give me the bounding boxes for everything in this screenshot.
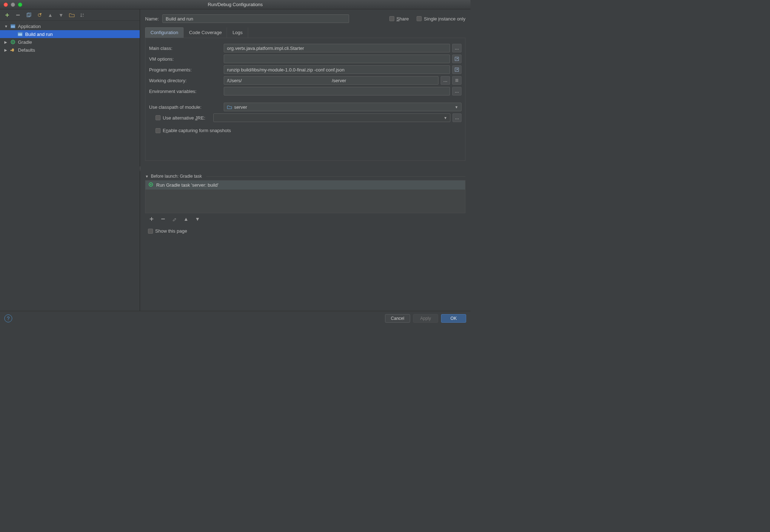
- sort-button[interactable]: az: [79, 11, 86, 19]
- window-title: Run/Debug Configurations: [0, 2, 470, 7]
- svg-point-11: [12, 41, 14, 43]
- expand-program-args-button[interactable]: [452, 65, 461, 74]
- single-instance-checkbox[interactable]: Single instance onlySingle instance only: [417, 16, 465, 22]
- classpath-module-select[interactable]: server ▼: [224, 103, 461, 111]
- working-dir-prefix: /Users/: [227, 78, 242, 83]
- before-launch-section: ▼ Before launch: Gradle task Run Gradle …: [145, 174, 465, 237]
- browse-env-vars-button[interactable]: …: [452, 87, 461, 95]
- alt-jre-checkbox-input[interactable]: [156, 115, 161, 120]
- bl-edit-button[interactable]: [171, 215, 178, 223]
- vm-options-input[interactable]: [224, 55, 450, 63]
- classpath-module-label: Use classpath of module:: [149, 104, 221, 110]
- share-checkbox-input[interactable]: [389, 16, 394, 21]
- show-this-page-checkbox[interactable]: Show this page: [148, 228, 463, 234]
- config-tree: ▼ Application Build and run ▶ Gradle: [0, 21, 140, 311]
- gradle-icon: [148, 182, 153, 188]
- tree-item-gradle[interactable]: ▶ Gradle: [0, 38, 140, 46]
- main-class-label: Main class:: [149, 46, 221, 51]
- tree-item-build-and-run[interactable]: Build and run: [0, 30, 140, 38]
- svg-rect-9: [18, 32, 22, 33]
- env-vars-input[interactable]: [224, 87, 450, 95]
- bl-add-button[interactable]: [148, 215, 155, 223]
- help-button[interactable]: ?: [4, 314, 12, 322]
- show-this-page-label: Show this page: [155, 228, 187, 234]
- cancel-button[interactable]: Cancel: [385, 314, 410, 323]
- copy-config-button[interactable]: [25, 11, 32, 19]
- add-config-button[interactable]: [4, 11, 11, 19]
- name-label: Name:: [145, 16, 159, 22]
- single-instance-label: Single instance onlySingle instance only: [424, 16, 465, 22]
- before-launch-item[interactable]: Run Gradle task 'server: build': [145, 181, 465, 190]
- tree-label: Defaults: [18, 47, 35, 53]
- browse-working-dir-button[interactable]: …: [441, 76, 450, 85]
- before-launch-item-label: Run Gradle task 'server: build': [156, 182, 218, 188]
- remove-config-button[interactable]: [14, 11, 22, 19]
- svg-point-15: [150, 184, 152, 185]
- tab-code-coverage[interactable]: Code Coverage: [184, 27, 227, 38]
- application-icon: [10, 23, 16, 29]
- list-working-dir-button[interactable]: [452, 76, 461, 85]
- snapshots-label: Enable capturing form snapshotsEnable ca…: [163, 128, 231, 133]
- alt-jre-checkbox[interactable]: Use alternative JRE:Use alternative JRE:: [156, 115, 205, 121]
- browse-alt-jre-button[interactable]: …: [453, 113, 461, 122]
- tree-label: Application: [18, 24, 41, 29]
- vm-options-label: VM options:: [149, 56, 221, 62]
- move-down-button[interactable]: ▼: [57, 11, 65, 19]
- program-args-label: Program arguments:: [149, 67, 221, 73]
- working-dir-suffix: /server: [332, 78, 346, 83]
- move-up-button[interactable]: ▲: [47, 11, 54, 19]
- working-dir-input[interactable]: /Users/ /server: [224, 76, 439, 85]
- wrench-icon: [10, 47, 16, 53]
- svg-rect-7: [11, 24, 15, 25]
- alt-jre-select: ▼: [213, 113, 451, 122]
- main-class-input[interactable]: [224, 44, 450, 52]
- config-panel: ⋮⋮ Name: SSharehare Single instance only…: [140, 9, 470, 311]
- edit-defaults-button[interactable]: [36, 11, 43, 19]
- share-label: SSharehare: [396, 16, 409, 22]
- classpath-module-value: server: [234, 104, 247, 110]
- chevron-down-icon: ▼: [4, 24, 9, 28]
- before-launch-header[interactable]: ▼ Before launch: Gradle task: [145, 174, 465, 179]
- snapshots-checkbox-input[interactable]: [156, 128, 161, 133]
- tab-configuration[interactable]: Configuration: [145, 27, 184, 38]
- sidebar-toolbar: ▲ ▼ az: [0, 9, 140, 21]
- bl-down-button[interactable]: ▼: [194, 215, 201, 223]
- share-checkbox[interactable]: SSharehare: [389, 16, 409, 22]
- application-icon: [17, 31, 23, 37]
- resize-grip-icon[interactable]: ⋮⋮: [138, 167, 141, 170]
- sidebar: ▲ ▼ az ▼ Application Build and run: [0, 9, 140, 311]
- program-args-input[interactable]: [224, 65, 450, 74]
- tree-label: Build and run: [25, 32, 53, 37]
- tree-label: Gradle: [18, 39, 32, 45]
- bl-up-button[interactable]: ▲: [182, 215, 190, 223]
- name-row: Name: SSharehare Single instance onlySin…: [145, 12, 465, 25]
- before-launch-list: Run Gradle task 'server: build': [145, 180, 465, 213]
- alt-jre-label: Use alternative JRE:Use alternative JRE:: [163, 115, 205, 121]
- ok-button[interactable]: OK: [441, 314, 466, 323]
- expand-vm-options-button[interactable]: [452, 55, 461, 63]
- titlebar: Run/Debug Configurations: [0, 0, 470, 9]
- tab-logs[interactable]: Logs: [227, 27, 248, 38]
- chevron-right-icon: ▶: [4, 48, 9, 52]
- name-input[interactable]: [162, 14, 349, 23]
- tree-item-application[interactable]: ▼ Application: [0, 22, 140, 30]
- folder-button[interactable]: [68, 11, 75, 19]
- apply-button: Apply: [413, 314, 438, 323]
- chevron-down-icon: ▼: [455, 105, 458, 109]
- bl-remove-button[interactable]: [159, 215, 167, 223]
- working-dir-label: Working directory:: [149, 78, 221, 83]
- tree-item-defaults[interactable]: ▶ Defaults: [0, 46, 140, 54]
- before-launch-title: Before launch: Gradle task: [151, 174, 202, 179]
- single-instance-checkbox-input[interactable]: [417, 16, 422, 21]
- chevron-right-icon: ▶: [4, 40, 9, 44]
- dialog-footer: ? Cancel Apply OK: [0, 311, 470, 325]
- svg-text:z: z: [83, 15, 84, 17]
- module-icon: [227, 105, 232, 109]
- svg-rect-3: [40, 13, 42, 15]
- snapshots-checkbox[interactable]: Enable capturing form snapshotsEnable ca…: [156, 128, 231, 133]
- show-this-page-checkbox-input[interactable]: [148, 229, 153, 234]
- browse-main-class-button[interactable]: …: [452, 44, 461, 52]
- tabstrip: Configuration Code Coverage Logs: [145, 27, 465, 38]
- before-launch-toolbar: ▲ ▼: [145, 213, 465, 225]
- chevron-down-icon: ▼: [444, 116, 447, 120]
